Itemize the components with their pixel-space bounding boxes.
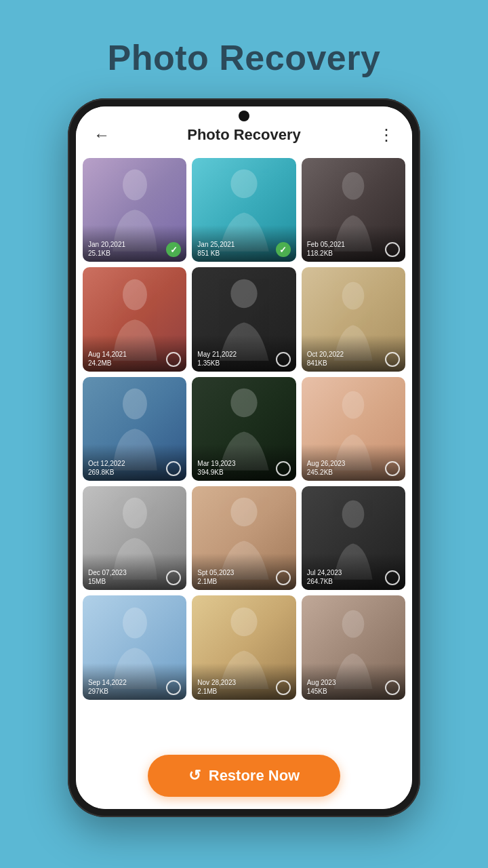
photo-size: 118.2KB xyxy=(307,250,345,257)
photo-date: Jul 24,2023 xyxy=(307,568,342,578)
photo-item[interactable]: Nov 28,20232.1MB xyxy=(192,595,296,699)
restore-bar: ↺ Restore Now xyxy=(76,734,412,809)
restore-label: Restore Now xyxy=(209,767,300,785)
grid-scroll-area: Jan 20,202125.1KBJan 25,2021851 KBFeb 05… xyxy=(76,153,412,809)
photo-size: 2.1MB xyxy=(197,578,234,585)
menu-button[interactable]: ⋮ xyxy=(374,125,399,144)
photo-item[interactable]: Oct 12,2022269.8KB xyxy=(83,377,186,481)
photo-item[interactable]: Spt 05,20232.1MB xyxy=(192,486,296,590)
photo-select-checkbox[interactable] xyxy=(166,570,181,585)
photo-date: Jan 25,2021 xyxy=(197,240,235,250)
photo-date: Sep 14,2022 xyxy=(88,678,127,688)
svg-point-14 xyxy=(342,610,365,637)
back-button[interactable]: ← xyxy=(89,125,114,144)
photo-date: May 21,2022 xyxy=(197,350,237,359)
photo-date: Spt 05,2023 xyxy=(197,568,234,578)
photo-select-checkbox[interactable] xyxy=(276,352,291,367)
photo-grid: Jan 20,202125.1KBJan 25,2021851 KBFeb 05… xyxy=(83,158,405,700)
svg-point-8 xyxy=(342,391,365,419)
svg-point-9 xyxy=(123,498,147,529)
photo-size: 851 KB xyxy=(197,250,235,257)
photo-item[interactable]: Feb 05,2021118.2KB xyxy=(302,158,405,262)
photo-item[interactable]: Oct 20,2022841KB xyxy=(302,267,405,371)
svg-point-13 xyxy=(230,607,257,636)
photo-size: 145KB xyxy=(307,688,336,695)
phone-screen: ← Photo Recovery ⋮ Jan 20,202125.1KBJan … xyxy=(76,106,412,809)
svg-point-4 xyxy=(230,279,257,308)
photo-item[interactable]: Jan 20,202125.1KB xyxy=(83,158,186,262)
svg-point-0 xyxy=(123,170,147,201)
photo-item[interactable]: Aug 14,202124.2MB xyxy=(83,267,186,371)
svg-point-3 xyxy=(123,279,147,310)
photo-date: Oct 12,2022 xyxy=(88,459,125,469)
photo-size: 297KB xyxy=(88,688,127,695)
photo-select-checkbox[interactable] xyxy=(166,352,181,367)
photo-date: Aug 14,2021 xyxy=(88,350,127,359)
restore-icon: ↺ xyxy=(188,767,201,785)
photo-select-checkbox[interactable] xyxy=(385,461,400,476)
photo-select-checkbox[interactable] xyxy=(276,461,291,476)
photo-size: 841KB xyxy=(307,359,344,367)
photo-item[interactable]: May 21,20221.35KB xyxy=(192,267,296,371)
photo-item[interactable]: Dec 07,202315MB xyxy=(83,486,186,590)
photo-select-checkbox[interactable] xyxy=(385,242,400,257)
screen-title: Photo Recovery xyxy=(114,126,374,144)
photo-item[interactable]: Jan 25,2021851 KB xyxy=(192,158,296,262)
photo-date: Aug 26,2023 xyxy=(307,459,346,469)
photo-size: 25.1KB xyxy=(88,250,125,257)
photo-select-checkbox[interactable] xyxy=(276,242,291,257)
page-title: Photo Recovery xyxy=(108,37,381,78)
photo-select-checkbox[interactable] xyxy=(385,680,400,695)
photo-select-checkbox[interactable] xyxy=(276,570,291,585)
photo-select-checkbox[interactable] xyxy=(166,461,181,476)
photo-date: Dec 07,2023 xyxy=(88,568,127,578)
photo-select-checkbox[interactable] xyxy=(385,570,400,585)
photo-select-checkbox[interactable] xyxy=(166,680,181,695)
photo-item[interactable]: Sep 14,2022297KB xyxy=(83,595,186,699)
photo-select-checkbox[interactable] xyxy=(385,352,400,367)
photo-date: Mar 19,2023 xyxy=(197,459,235,469)
photo-item[interactable]: Aug 2023145KB xyxy=(302,595,405,699)
photo-select-checkbox[interactable] xyxy=(276,680,291,695)
photo-size: 2.1MB xyxy=(197,688,236,695)
photo-size: 245.2KB xyxy=(307,469,346,476)
phone-shell: ← Photo Recovery ⋮ Jan 20,202125.1KBJan … xyxy=(68,98,420,817)
photo-date: Feb 05,2021 xyxy=(307,240,345,250)
photo-size: 1.35KB xyxy=(197,359,237,367)
restore-now-button[interactable]: ↺ Restore Now xyxy=(148,755,340,797)
svg-point-7 xyxy=(230,389,257,418)
svg-point-12 xyxy=(123,607,147,638)
svg-point-5 xyxy=(342,281,365,309)
svg-point-10 xyxy=(230,498,257,527)
photo-date: Nov 28,2023 xyxy=(197,678,236,688)
photo-size: 394.9KB xyxy=(197,469,235,476)
photo-size: 264.7KB xyxy=(307,578,342,585)
camera-notch xyxy=(239,111,249,121)
photo-size: 24.2MB xyxy=(88,359,127,367)
photo-size: 15MB xyxy=(88,578,127,585)
photo-size: 269.8KB xyxy=(88,469,125,476)
svg-point-11 xyxy=(342,500,365,528)
svg-point-6 xyxy=(123,389,147,420)
photo-date: Aug 2023 xyxy=(307,678,336,688)
photo-date: Oct 20,2022 xyxy=(307,350,344,359)
photo-date: Jan 20,2021 xyxy=(88,240,125,250)
photo-item[interactable]: Mar 19,2023394.9KB xyxy=(192,377,296,481)
svg-point-1 xyxy=(230,170,257,199)
photo-item[interactable]: Jul 24,2023264.7KB xyxy=(302,486,405,590)
photo-select-checkbox[interactable] xyxy=(166,242,181,257)
svg-point-2 xyxy=(342,172,365,200)
photo-item[interactable]: Aug 26,2023245.2KB xyxy=(302,377,405,481)
